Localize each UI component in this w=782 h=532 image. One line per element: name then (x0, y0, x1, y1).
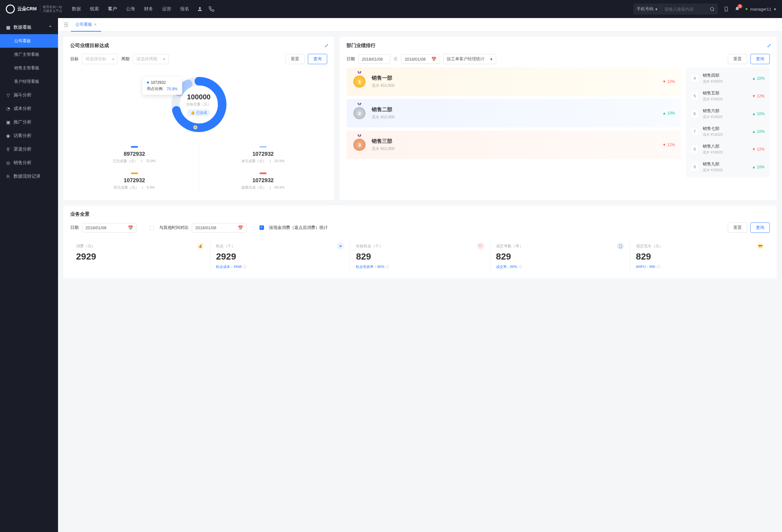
calendar-icon: 📅 (128, 225, 133, 230)
rank-title: 部门业绩排行 (347, 42, 770, 49)
search-button[interactable] (706, 4, 718, 14)
search-type-select[interactable]: 手机号码▾ (633, 4, 661, 14)
thumbs-up-icon: 👍 (190, 111, 195, 115)
metric: 1072932超额完成（元） | 89.9% (199, 168, 327, 194)
date-to[interactable]: 2018/01/08📅 (401, 55, 440, 64)
sidebar-link-6[interactable]: ⎘数据流转记录 (0, 170, 58, 183)
chart-tooltip: 1072932 所占比例:70.9% (142, 77, 182, 95)
chevron-down-icon: ▾ (112, 57, 114, 62)
tab-company-board[interactable]: 公司看板 × (71, 18, 101, 32)
status-dot-icon (746, 8, 747, 10)
search-input[interactable] (661, 7, 706, 11)
nav-客户[interactable]: 客户 (108, 6, 117, 12)
rank-item[interactable]: 9销售九部流水 ¥19020▲ 10% (686, 158, 770, 176)
podium-row[interactable]: 1销售一部流水 ¥10,900▼ 12% (347, 67, 681, 96)
period-select[interactable]: 请选择周期▾ (133, 54, 169, 64)
metric-icon: 📋 (617, 243, 624, 250)
logo-subtitle: 教育机构一站式服务云平台 (40, 5, 62, 13)
expand-icon[interactable]: ⤢ (767, 42, 771, 49)
sidebar-item-1[interactable]: 推广主管看板 (0, 48, 58, 61)
menu-icon: ▽ (6, 93, 10, 97)
metric-icon: ➤ (337, 243, 344, 250)
nav-运营[interactable]: 运营 (162, 6, 171, 12)
menu-icon: ⚲ (6, 147, 10, 151)
help-icon[interactable]: ⓘ (656, 264, 660, 269)
query-button[interactable]: 查询 (308, 54, 327, 64)
tabbar: ☰ 公司看板 × (58, 18, 782, 32)
rank-list[interactable]: 4销售四部流水 ¥19020▲ 10%5销售五部流水 ¥19020▼ 12%6销… (686, 67, 770, 178)
search-box: 手机号码▾ (633, 4, 718, 14)
calendar-icon: 📅 (431, 57, 436, 62)
target-label: 目标 (70, 56, 79, 62)
sidebar-toggle[interactable]: ☰ (61, 22, 71, 28)
date-label: 日期 (347, 56, 355, 62)
query-button[interactable]: 查询 (750, 222, 770, 233)
target-select[interactable]: 请选择目标▾ (82, 54, 118, 64)
sidebar-item-3[interactable]: 客户经理看板 (0, 75, 58, 88)
calendar-icon: 📅 (238, 225, 243, 230)
expand-icon[interactable]: ⤢ (324, 42, 328, 49)
sidebar-link-4[interactable]: ⚲渠道分析 (0, 143, 58, 156)
sidebar-link-2[interactable]: ▣推广分析 (0, 115, 58, 129)
donut-total: 100000 (187, 93, 211, 101)
rank-item[interactable]: 4销售四部流水 ¥19020▲ 10% (686, 69, 770, 87)
close-icon[interactable]: × (94, 22, 97, 27)
podium-row[interactable]: 2销售二部流水 ¥10,900▲ 10% (347, 99, 681, 127)
help-icon[interactable]: ⓘ (519, 264, 522, 269)
chevron-down-icon: ▾ (163, 57, 165, 62)
chevron-down-icon: ▾ (774, 7, 776, 11)
sidebar-group-dashboard[interactable]: ▦数据看板 ⌃ (0, 21, 58, 34)
dashboard-icon: ▦ (6, 25, 10, 30)
nav-报名[interactable]: 报名 (180, 6, 189, 12)
metric: 8972932已完成量（元） | 70.9% (70, 142, 199, 168)
user-menu[interactable]: manager11 ▾ (746, 7, 776, 11)
overview-card: 业务全景 日期 2018/01/08📅 与其他时间对比 2018/01/08📅 … (63, 205, 777, 278)
overview-metric: 消费（元）💰2929 (70, 239, 210, 273)
nav-财务[interactable]: 财务 (144, 6, 153, 12)
cash-checkbox[interactable] (259, 225, 264, 230)
goal-card: ⤢ 公司业绩目标达成 目标 请选择目标▾ 周期 请选择周期▾ 重置 查询 (63, 37, 334, 200)
podium-row[interactable]: 3销售三部流水 ¥10,900▼ 12% (347, 131, 681, 159)
reset-button[interactable]: 重置 (728, 222, 747, 233)
overview-date2[interactable]: 2018/01/08📅 (192, 223, 247, 233)
menu-icon: ▣ (6, 120, 10, 125)
sort-select[interactable]: 按工单客户经理统计▾ (443, 54, 496, 64)
help-icon[interactable]: ⓘ (243, 264, 247, 269)
nav-线索[interactable]: 线索 (90, 6, 99, 12)
svg-rect-2 (725, 7, 727, 11)
sidebar-link-0[interactable]: ▽漏斗分析 (0, 88, 58, 102)
nav-公海[interactable]: 公海 (126, 6, 135, 12)
mobile-icon[interactable] (724, 6, 729, 12)
overview-date1[interactable]: 2018/01/08📅 (82, 223, 137, 233)
rank-item[interactable]: 7销售七部流水 ¥19020▲ 10% (686, 122, 770, 140)
sidebar: ▦数据看板 ⌃ 公司看板推广主管看板销售主管看板客户经理看板 ▽漏斗分析◔成本分… (0, 18, 58, 532)
menu-icon: ◔ (6, 106, 10, 111)
date-from[interactable]: 2018/01/08 (358, 55, 390, 64)
reset-button[interactable]: 重置 (285, 54, 305, 64)
top-nav: 云朵CRM 教育机构一站式服务云平台 数据线索客户公海财务运营报名 手机号码▾ … (0, 0, 782, 18)
sidebar-item-0[interactable]: 公司看板 (0, 34, 58, 48)
sidebar-link-3[interactable]: ◉访客分析 (0, 129, 58, 143)
menu-icon: ◎ (6, 161, 10, 165)
sidebar-item-2[interactable]: 销售主管看板 (0, 61, 58, 75)
date-label: 日期 (70, 225, 79, 230)
phone-icon[interactable] (209, 6, 214, 12)
user-icon[interactable] (197, 6, 203, 12)
overview-metric: 有效机会（个）🛡829机会有效率：80%ⓘ (350, 239, 490, 273)
nav-items: 数据线索客户公海财务运营报名 (72, 6, 189, 12)
rank-card: ⤢ 部门业绩排行 日期 2018/01/08 至 2018/01/08📅 按工单… (340, 37, 777, 200)
sidebar-link-1[interactable]: ◔成本分析 (0, 102, 58, 115)
nav-数据[interactable]: 数据 (72, 6, 81, 12)
logo[interactable]: 云朵CRM 教育机构一站式服务云平台 (6, 4, 62, 13)
sidebar-link-5[interactable]: ◎销售分析 (0, 156, 58, 170)
query-button[interactable]: 查询 (750, 54, 770, 64)
overview-metric: 机会（个）➤2929机会成本：¥948ⓘ (210, 239, 350, 273)
reset-button[interactable]: 重置 (728, 54, 747, 64)
bell-icon[interactable]: 5 (735, 6, 740, 12)
menu-icon: ⎘ (6, 174, 10, 179)
rank-item[interactable]: 6销售六部流水 ¥19020▲ 10% (686, 105, 770, 122)
rank-item[interactable]: 8销售八部流水 ¥19020▼ 12% (686, 140, 770, 158)
compare-checkbox[interactable] (149, 225, 154, 230)
rank-item[interactable]: 5销售五部流水 ¥19020▼ 12% (686, 87, 770, 105)
help-icon[interactable]: ⓘ (386, 264, 389, 269)
